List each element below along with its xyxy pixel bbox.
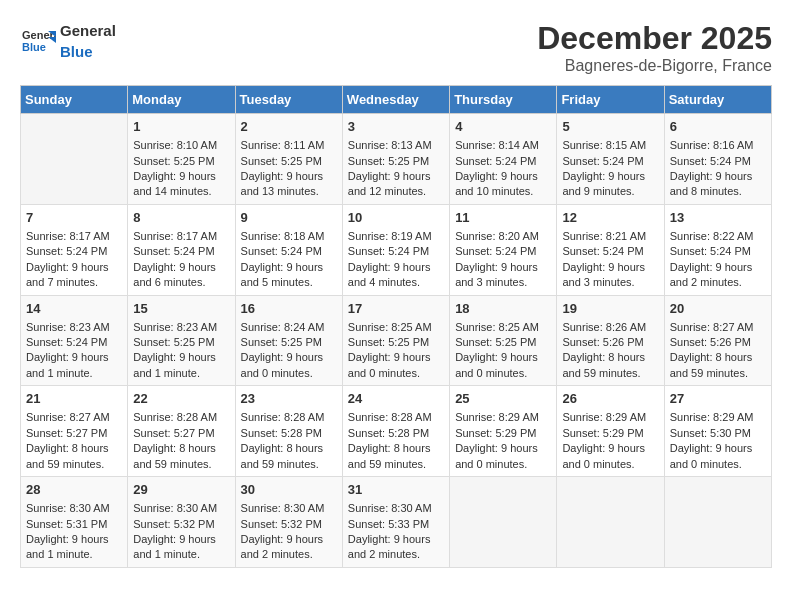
- day-info-line: Sunrise: 8:30 AM: [348, 501, 444, 516]
- location: Bagneres-de-Bigorre, France: [537, 57, 772, 75]
- calendar-cell: [21, 114, 128, 205]
- day-info-line: Daylight: 9 hours: [455, 169, 551, 184]
- day-info-line: Daylight: 9 hours: [348, 260, 444, 275]
- calendar-cell: 4Sunrise: 8:14 AMSunset: 5:24 PMDaylight…: [450, 114, 557, 205]
- day-info-line: and 10 minutes.: [455, 184, 551, 199]
- day-info-line: Sunset: 5:24 PM: [133, 244, 229, 259]
- day-info-line: Daylight: 9 hours: [26, 260, 122, 275]
- day-info-line: Daylight: 9 hours: [348, 532, 444, 547]
- calendar-row-4: 28Sunrise: 8:30 AMSunset: 5:31 PMDayligh…: [21, 477, 772, 568]
- day-info-line: Sunset: 5:24 PM: [562, 154, 658, 169]
- day-info-line: Sunset: 5:24 PM: [670, 154, 766, 169]
- day-info-line: Sunrise: 8:24 AM: [241, 320, 337, 335]
- weekday-header-monday: Monday: [128, 86, 235, 114]
- day-info-line: and 2 minutes.: [348, 547, 444, 562]
- day-info-line: and 0 minutes.: [562, 457, 658, 472]
- logo-icon: General Blue: [20, 23, 56, 59]
- day-info-line: and 9 minutes.: [562, 184, 658, 199]
- day-info-line: Sunrise: 8:29 AM: [562, 410, 658, 425]
- calendar-cell: 2Sunrise: 8:11 AMSunset: 5:25 PMDaylight…: [235, 114, 342, 205]
- day-info-line: and 4 minutes.: [348, 275, 444, 290]
- day-number: 2: [241, 118, 337, 136]
- day-info-line: Sunset: 5:24 PM: [562, 244, 658, 259]
- day-number: 30: [241, 481, 337, 499]
- day-info-line: Sunrise: 8:28 AM: [133, 410, 229, 425]
- day-info-line: Sunset: 5:25 PM: [133, 335, 229, 350]
- day-info-line: Sunset: 5:24 PM: [26, 335, 122, 350]
- day-number: 17: [348, 300, 444, 318]
- day-info-line: Daylight: 9 hours: [241, 532, 337, 547]
- calendar-cell: 27Sunrise: 8:29 AMSunset: 5:30 PMDayligh…: [664, 386, 771, 477]
- day-info-line: Sunset: 5:29 PM: [562, 426, 658, 441]
- calendar-cell: 14Sunrise: 8:23 AMSunset: 5:24 PMDayligh…: [21, 295, 128, 386]
- day-info-line: and 5 minutes.: [241, 275, 337, 290]
- calendar-cell: 23Sunrise: 8:28 AMSunset: 5:28 PMDayligh…: [235, 386, 342, 477]
- day-info-line: and 1 minute.: [26, 547, 122, 562]
- day-info-line: Sunrise: 8:26 AM: [562, 320, 658, 335]
- day-info-line: Daylight: 8 hours: [241, 441, 337, 456]
- day-number: 7: [26, 209, 122, 227]
- calendar-cell: 20Sunrise: 8:27 AMSunset: 5:26 PMDayligh…: [664, 295, 771, 386]
- calendar-row-0: 1Sunrise: 8:10 AMSunset: 5:25 PMDaylight…: [21, 114, 772, 205]
- day-info-line: Sunset: 5:24 PM: [670, 244, 766, 259]
- day-number: 1: [133, 118, 229, 136]
- calendar-cell: 22Sunrise: 8:28 AMSunset: 5:27 PMDayligh…: [128, 386, 235, 477]
- day-info-line: Daylight: 9 hours: [241, 350, 337, 365]
- day-info-line: and 0 minutes.: [241, 366, 337, 381]
- day-info-line: Daylight: 9 hours: [133, 532, 229, 547]
- weekday-header-friday: Friday: [557, 86, 664, 114]
- day-info-line: Sunset: 5:32 PM: [241, 517, 337, 532]
- calendar-cell: 15Sunrise: 8:23 AMSunset: 5:25 PMDayligh…: [128, 295, 235, 386]
- calendar-cell: 16Sunrise: 8:24 AMSunset: 5:25 PMDayligh…: [235, 295, 342, 386]
- day-info-line: Daylight: 8 hours: [348, 441, 444, 456]
- day-number: 12: [562, 209, 658, 227]
- day-number: 8: [133, 209, 229, 227]
- calendar-cell: 18Sunrise: 8:25 AMSunset: 5:25 PMDayligh…: [450, 295, 557, 386]
- day-info-line: and 6 minutes.: [133, 275, 229, 290]
- day-info-line: Sunset: 5:27 PM: [133, 426, 229, 441]
- day-info-line: Daylight: 9 hours: [133, 350, 229, 365]
- day-info-line: Daylight: 9 hours: [26, 532, 122, 547]
- day-number: 19: [562, 300, 658, 318]
- logo-blue-text: Blue: [60, 43, 93, 60]
- day-info-line: Sunset: 5:25 PM: [241, 154, 337, 169]
- calendar-cell: 29Sunrise: 8:30 AMSunset: 5:32 PMDayligh…: [128, 477, 235, 568]
- day-info-line: and 0 minutes.: [348, 366, 444, 381]
- day-info-line: and 59 minutes.: [670, 366, 766, 381]
- day-info-line: Sunrise: 8:19 AM: [348, 229, 444, 244]
- day-info-line: Sunset: 5:25 PM: [455, 335, 551, 350]
- day-info-line: Daylight: 8 hours: [562, 350, 658, 365]
- day-info-line: Daylight: 9 hours: [455, 441, 551, 456]
- day-info-line: Sunrise: 8:23 AM: [26, 320, 122, 335]
- day-number: 4: [455, 118, 551, 136]
- day-info-line: Sunset: 5:25 PM: [348, 335, 444, 350]
- day-info-line: Daylight: 9 hours: [562, 169, 658, 184]
- weekday-header-tuesday: Tuesday: [235, 86, 342, 114]
- day-info-line: Sunrise: 8:25 AM: [455, 320, 551, 335]
- day-info-line: Sunset: 5:28 PM: [241, 426, 337, 441]
- day-info-line: and 14 minutes.: [133, 184, 229, 199]
- calendar-cell: 28Sunrise: 8:30 AMSunset: 5:31 PMDayligh…: [21, 477, 128, 568]
- calendar-table: SundayMondayTuesdayWednesdayThursdayFrid…: [20, 85, 772, 568]
- calendar-row-1: 7Sunrise: 8:17 AMSunset: 5:24 PMDaylight…: [21, 204, 772, 295]
- day-info-line: Sunrise: 8:18 AM: [241, 229, 337, 244]
- day-info-line: and 3 minutes.: [562, 275, 658, 290]
- day-info-line: Sunrise: 8:17 AM: [26, 229, 122, 244]
- day-number: 21: [26, 390, 122, 408]
- day-info-line: and 8 minutes.: [670, 184, 766, 199]
- day-info-line: and 0 minutes.: [455, 366, 551, 381]
- day-number: 31: [348, 481, 444, 499]
- logo: General Blue General Blue: [20, 20, 116, 62]
- day-number: 13: [670, 209, 766, 227]
- day-info-line: and 2 minutes.: [670, 275, 766, 290]
- day-number: 26: [562, 390, 658, 408]
- calendar-cell: 30Sunrise: 8:30 AMSunset: 5:32 PMDayligh…: [235, 477, 342, 568]
- day-info-line: Daylight: 9 hours: [133, 169, 229, 184]
- day-info-line: Sunrise: 8:16 AM: [670, 138, 766, 153]
- day-number: 9: [241, 209, 337, 227]
- day-info-line: Daylight: 9 hours: [455, 350, 551, 365]
- day-info-line: Sunrise: 8:28 AM: [241, 410, 337, 425]
- day-number: 6: [670, 118, 766, 136]
- day-info-line: and 2 minutes.: [241, 547, 337, 562]
- day-number: 20: [670, 300, 766, 318]
